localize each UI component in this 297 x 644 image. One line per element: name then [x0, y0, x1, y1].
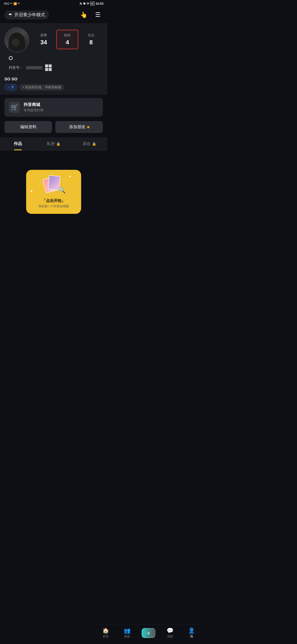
shop-banner[interactable]: 🛒 抖音商城 发现超值好物: [4, 98, 103, 117]
following-value: 8: [84, 39, 98, 46]
following-stat[interactable]: 关注 8: [80, 30, 102, 49]
status-right-group: N ✱ ⟳ 52 16:53: [80, 2, 103, 6]
menu-btn[interactable]: ☰: [93, 10, 103, 20]
followers-stat[interactable]: 粉丝 4: [56, 30, 78, 49]
nickname: SO SO: [4, 77, 103, 81]
promo-icon-area: ✦ 🔍 ✦: [33, 174, 75, 196]
lock-icon-private: 🔒: [56, 142, 61, 146]
notification-dot: [87, 126, 89, 128]
add-tag-button[interactable]: + 添加所在地、学校等标签: [20, 84, 64, 91]
tab-private[interactable]: 私密 🔒: [36, 137, 72, 150]
photo-stack: 🔍: [44, 176, 63, 195]
add-tag-label: + 添加所在地、学校等标签: [22, 85, 61, 90]
douyinid-row: 抖音号：: [4, 62, 103, 75]
clock: 16:53: [96, 2, 103, 5]
status-carrier: HD2 ⁴ᴳ 📶 ⁴ᴳ: [4, 2, 20, 5]
thumb-icon: 👆: [80, 11, 87, 18]
shop-title: 抖音商城: [24, 102, 43, 107]
profile-top: 获赞 34 粉丝 4 关注 8: [4, 28, 103, 52]
youth-mode-label: 开启青少年模式: [14, 12, 45, 18]
edit-profile-button[interactable]: 编辑资料: [4, 121, 52, 133]
signal1: ⁴ᴳ: [10, 2, 13, 5]
cart-icon: 🛒: [11, 104, 18, 111]
gender-label: 男: [11, 85, 14, 90]
status-bar: HD2 ⁴ᴳ 📶 ⁴ᴳ N ✱ ⟳ 52 16:53: [0, 0, 107, 7]
signal3: ⁴ᴳ: [18, 2, 20, 5]
stats-row: 获赞 34 粉丝 4 关注 8: [29, 28, 103, 51]
youth-mode-btn[interactable]: ☂ 开启青少年模式: [4, 10, 49, 20]
followers-label: 粉丝: [61, 33, 73, 38]
tab-works[interactable]: 作品: [0, 137, 36, 150]
nfc-icon: N: [80, 2, 82, 5]
menu-icon: ☰: [95, 11, 101, 18]
battery-indicator: 52: [90, 2, 95, 6]
star-icon-2: ✦: [30, 189, 33, 193]
gender-icon: ♂: [7, 86, 10, 89]
thumb-btn[interactable]: 👆: [79, 10, 89, 20]
douyinid-label: 抖音号：: [9, 65, 23, 70]
vibrate-icon: ⟳: [87, 2, 89, 6]
douyinid-value: [26, 66, 42, 69]
promo-card[interactable]: ✦ 🔍 ✦ 「点击开拍」 你的第一个抖音短视频: [26, 170, 81, 214]
bluetooth-icon: ✱: [83, 2, 86, 6]
avatar-image: [5, 28, 29, 52]
magnify-icon: 🔍: [58, 187, 65, 194]
promo-subtitle: 你的第一个抖音短视频: [33, 204, 75, 208]
gender-tag[interactable]: ♂ 男: [4, 84, 17, 91]
username-row: [4, 52, 103, 62]
content-area: ✦ 🔍 ✦ 「点击开拍」 你的第一个抖音短视频: [0, 151, 107, 233]
tab-works-label: 作品: [14, 141, 22, 146]
lock-icon-likes: 🔒: [92, 142, 96, 146]
likes-value: 34: [37, 39, 50, 46]
add-friend-label: 添加朋友: [69, 124, 86, 130]
header-actions: 👆 ☰: [79, 10, 103, 20]
shop-subtitle: 发现超值好物: [24, 108, 43, 113]
shield-icon: ☂: [8, 12, 12, 18]
add-friend-button[interactable]: 添加朋友: [55, 121, 103, 133]
promo-title: 「点击开拍」: [33, 198, 75, 203]
qr-code-icon[interactable]: [45, 64, 52, 71]
content-tabs: 作品 私密 🔒 喜欢 🔒: [0, 137, 107, 151]
tab-likes-label: 喜欢: [82, 141, 91, 146]
profile-section: 获赞 34 粉丝 4 关注 8 抖音号：: [0, 23, 107, 75]
hd2-label: HD2: [4, 2, 9, 5]
header: ☂ 开启青少年模式 👆 ☰: [0, 7, 107, 23]
avatar[interactable]: [4, 28, 29, 52]
shop-text: 抖音商城 发现超值好物: [24, 102, 43, 113]
followers-value: 4: [61, 39, 73, 46]
action-buttons: 编辑资料 添加朋友: [0, 120, 107, 137]
following-label: 关注: [84, 33, 98, 38]
star-icon-1: ✦: [68, 174, 72, 179]
tab-private-label: 私密: [47, 141, 55, 146]
likes-stat[interactable]: 获赞 34: [33, 30, 55, 49]
tab-likes[interactable]: 喜欢 🔒: [72, 137, 107, 150]
shop-icon: 🛒: [9, 102, 20, 113]
likes-label: 获赞: [37, 33, 50, 38]
bio-section: SO SO ♂ 男 + 添加所在地、学校等标签: [0, 75, 107, 95]
tags-row: ♂ 男 + 添加所在地、学校等标签: [4, 84, 103, 91]
signal2: 📶: [13, 2, 17, 5]
username-dot: [9, 56, 13, 60]
